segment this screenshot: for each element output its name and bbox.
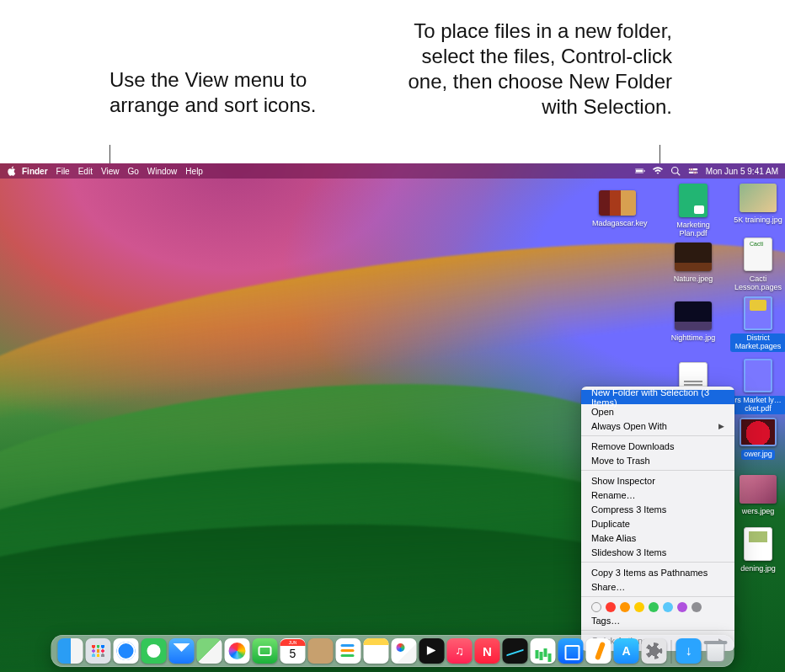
tag-orange[interactable] [620, 602, 630, 612]
desktop-file-nature[interactable]: Nature.jpeg [665, 243, 721, 285]
ctx-sep [581, 562, 734, 563]
desktop-file-cacti-lesson[interactable]: Cacti Lesson.pages [730, 237, 785, 293]
menubar-items: Finder File Edit View Go Window Help [22, 167, 203, 176]
desktop-file-marketing-plan[interactable]: Marketing Plan.pdf [665, 184, 721, 239]
ctx-compress[interactable]: Compress 3 Items [581, 502, 734, 516]
dock-music[interactable] [447, 638, 473, 664]
file-thumb [740, 418, 777, 446]
dock-contacts[interactable] [308, 638, 334, 664]
ctx-new-folder-with-selection[interactable]: New Folder with Selection (3 Items) [581, 390, 734, 404]
svg-point-3 [671, 168, 678, 174]
ctx-duplicate[interactable]: Duplicate [581, 516, 734, 531]
dock-trash[interactable] [704, 638, 728, 664]
desktop-file-flowers[interactable]: wers.jpeg [730, 475, 785, 517]
file-thumb [740, 475, 777, 504]
desktop-file-gardening[interactable]: dening.jpg [730, 527, 785, 574]
menubar-file[interactable]: File [56, 167, 70, 176]
file-label: ower.jpg [741, 450, 775, 460]
ctx-remove-downloads[interactable]: Remove Downloads [581, 439, 734, 453]
file-thumb [675, 301, 712, 330]
ctx-show-inspector[interactable]: Show Inspector [581, 473, 734, 488]
menubar-right: Mon Jun 5 9:41 AM [635, 166, 778, 176]
dock [51, 635, 734, 667]
tag-yellow[interactable] [634, 602, 644, 612]
file-label: Cacti Lesson.pages [730, 275, 785, 293]
file-label: wers.jpeg [740, 507, 777, 517]
ctx-copy-pathnames[interactable]: Copy 3 Items as Pathnames [581, 565, 734, 579]
dock-app-store[interactable] [614, 638, 639, 664]
file-label: Madagascar.key [590, 219, 650, 229]
callout-view-menu: Use the View menu to arrange and sort ic… [109, 67, 337, 118]
ctx-share[interactable]: Share… [581, 579, 734, 594]
dock-news[interactable] [475, 638, 500, 664]
tag-red[interactable] [606, 602, 616, 612]
svg-point-8 [694, 171, 697, 173]
dock-photos[interactable] [225, 638, 250, 664]
dock-system-settings[interactable] [642, 638, 667, 664]
callouts: Use the View menu to arrange and sort ic… [0, 0, 785, 163]
desktop-file-district-market[interactable]: District Market.pages [730, 296, 785, 352]
menubar-app[interactable]: Finder [22, 167, 48, 176]
desktop-file-madagascar[interactable]: Madagascar.key [590, 190, 645, 229]
menubar-help[interactable]: Help [185, 167, 203, 176]
desktop-file-market-ticket[interactable]: rs Market ly…cket.pdf [730, 359, 785, 414]
file-label: 5K training.jpg [731, 216, 785, 226]
ctx-rename[interactable]: Rename… [581, 488, 734, 502]
battery-icon[interactable] [635, 166, 645, 176]
menubar-clock[interactable]: Mon Jun 5 9:41 AM [706, 167, 778, 176]
file-thumb [744, 237, 772, 271]
tag-purple[interactable] [677, 602, 687, 612]
dock-reminders[interactable] [336, 638, 361, 664]
desktop-file-flower[interactable]: ower.jpg [730, 418, 785, 460]
dock-downloads[interactable] [676, 638, 702, 664]
file-thumb [744, 359, 772, 392]
ctx-slideshow[interactable]: Slideshow 3 Items [581, 545, 734, 559]
ctx-always-open-with[interactable]: Always Open With▶ [581, 419, 734, 433]
file-thumb [744, 296, 772, 330]
dock-messages[interactable] [142, 638, 167, 664]
menubar: Finder File Edit View Go Window Help Mon… [0, 163, 785, 179]
desktop-file-5k-training[interactable]: 5K training.jpg [730, 184, 785, 226]
dock-freeform[interactable] [392, 638, 417, 664]
file-label: Nature.jpeg [671, 275, 716, 285]
menubar-window[interactable]: Window [147, 167, 178, 176]
menubar-view[interactable]: View [101, 167, 120, 176]
desktop-file-nighttime[interactable]: Nighttime.jpg [665, 301, 721, 344]
chevron-right-icon: ▶ [718, 422, 724, 430]
dock-notes[interactable] [364, 638, 389, 664]
tag-gray[interactable] [692, 602, 702, 612]
ctx-tags[interactable]: Tags… [581, 613, 734, 627]
menubar-go[interactable]: Go [127, 167, 138, 176]
dock-maps[interactable] [197, 638, 222, 664]
apple-logo-icon[interactable] [7, 166, 17, 176]
dock-finder[interactable] [58, 638, 83, 664]
svg-rect-1 [636, 170, 643, 173]
dock-numbers[interactable] [531, 638, 556, 664]
dock-keynote[interactable] [558, 638, 584, 664]
ctx-move-to-trash[interactable]: Move to Trash [581, 453, 734, 467]
ctx-sep [581, 596, 734, 597]
tag-none[interactable] [591, 602, 601, 612]
dock-launchpad[interactable] [86, 638, 111, 664]
dock-facetime[interactable] [253, 638, 278, 664]
dock-safari[interactable] [114, 638, 139, 664]
file-thumb [740, 184, 777, 212]
ctx-make-alias[interactable]: Make Alias [581, 531, 734, 545]
svg-point-7 [690, 168, 692, 171]
menubar-edit[interactable]: Edit [78, 167, 93, 176]
ctx-sep [581, 630, 734, 631]
file-thumb [599, 190, 636, 216]
file-label: rs Market ly…cket.pdf [730, 396, 785, 414]
dock-calendar[interactable] [280, 638, 306, 664]
callout-new-folder: To place files in a new folder, select t… [394, 19, 672, 120]
spotlight-icon[interactable] [670, 166, 681, 176]
wifi-icon[interactable] [653, 166, 663, 176]
dock-tv[interactable] [419, 638, 445, 664]
dock-stocks[interactable] [503, 638, 528, 664]
tag-blue[interactable] [663, 602, 673, 612]
dock-mail[interactable] [169, 638, 195, 664]
desktop[interactable]: Finder File Edit View Go Window Help Mon… [0, 163, 785, 672]
control-center-icon[interactable] [688, 166, 698, 176]
tag-green[interactable] [649, 602, 659, 612]
dock-pages[interactable] [586, 638, 611, 664]
